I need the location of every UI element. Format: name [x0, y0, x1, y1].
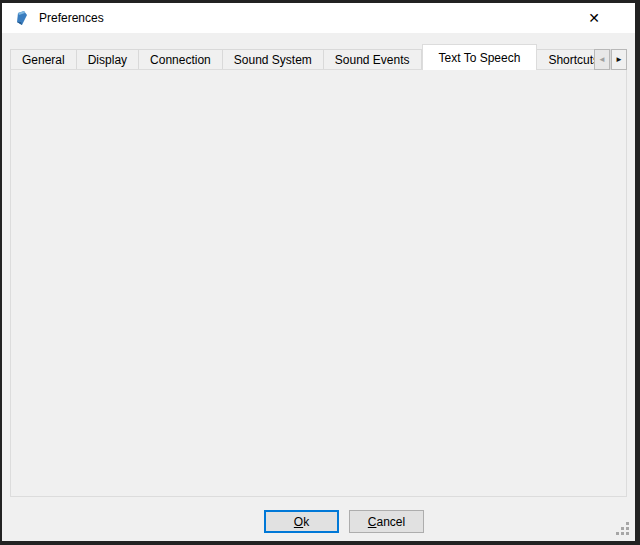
tab-label: General [22, 53, 65, 67]
arrow-right-icon: ► [615, 55, 623, 64]
tab-label: Sound System [234, 53, 312, 67]
close-button[interactable]: ✕ [577, 6, 611, 30]
tab[interactable]: Sound System [223, 49, 324, 70]
ok-button[interactable]: Ok [264, 510, 339, 533]
tab-bar: General Display Connection Sound System … [10, 44, 627, 70]
tab-scroll-right-button[interactable]: ► [611, 49, 627, 70]
close-icon: ✕ [588, 10, 600, 26]
tab[interactable]: General [10, 49, 77, 70]
tab-scrollers: ◄ ► [594, 49, 627, 70]
window-title: Preferences [39, 11, 104, 25]
tab[interactable]: Connection [139, 49, 223, 70]
arrow-left-icon: ◄ [598, 55, 606, 64]
tab-scroll-left-button[interactable]: ◄ [594, 49, 610, 70]
tab-label: Shortcuts [548, 53, 599, 67]
tab-label: Display [88, 53, 127, 67]
resize-grip[interactable] [616, 522, 629, 535]
app-icon [14, 10, 30, 26]
tab-page [10, 69, 627, 497]
titlebar: Preferences ✕ [2, 3, 635, 33]
tab-label: Connection [150, 53, 211, 67]
tab[interactable]: Display [77, 49, 139, 70]
cancel-button[interactable]: Cancel [349, 510, 424, 533]
preferences-dialog: Preferences ✕ General Display Connection… [2, 3, 635, 541]
tab[interactable]: Sound Events [324, 49, 422, 70]
tab-label: Text To Speech [439, 51, 521, 65]
tab-label: Sound Events [335, 53, 410, 67]
tab[interactable]: Text To Speech [422, 44, 538, 70]
